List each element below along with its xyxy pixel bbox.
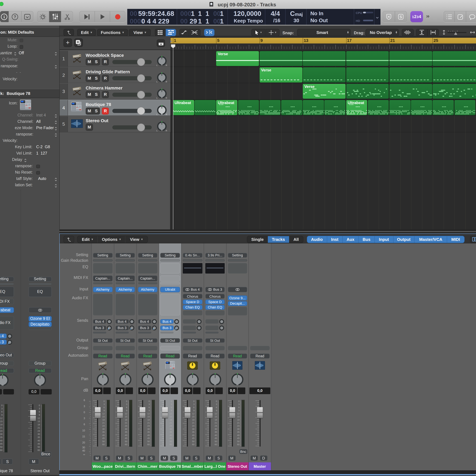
svg-text:40: 40 (82, 449, 85, 452)
svg-text:45: 45 (170, 437, 172, 440)
svg-text:21: 21 (215, 422, 217, 424)
svg-text:18: 18 (237, 419, 239, 421)
svg-text:12: 12 (170, 412, 172, 415)
svg-text:30: 30 (102, 428, 105, 430)
svg-text:15: 15 (0, 420, 2, 423)
svg-text:40: 40 (125, 434, 127, 437)
svg-text:9: 9 (148, 409, 150, 412)
svg-text:40: 40 (102, 434, 105, 437)
svg-text:3: 3 (216, 403, 217, 406)
svg-text:18: 18 (37, 423, 40, 426)
svg-text:15: 15 (237, 415, 239, 418)
svg-text:18: 18 (147, 419, 150, 421)
svg-text:50: 50 (102, 440, 105, 443)
svg-text:9: 9 (171, 409, 172, 412)
svg-text:45: 45 (125, 437, 127, 440)
svg-text:15: 15 (170, 415, 172, 418)
svg-text:15: 15 (125, 415, 127, 418)
svg-text:0: 0 (39, 404, 40, 407)
svg-text:45: 45 (192, 437, 195, 440)
svg-text:12: 12 (147, 412, 150, 415)
svg-text:45: 45 (102, 437, 105, 440)
svg-text:9: 9 (238, 409, 239, 412)
svg-text:40: 40 (215, 434, 217, 437)
svg-text:50: 50 (125, 440, 127, 443)
svg-text:∞: ∞ (83, 453, 85, 456)
svg-text:40: 40 (192, 434, 195, 437)
svg-text:40: 40 (147, 434, 150, 437)
svg-text:60: 60 (237, 443, 239, 446)
svg-text:45: 45 (147, 437, 150, 440)
svg-text:9: 9 (1, 413, 2, 416)
svg-text:0: 0 (193, 400, 195, 403)
svg-text:6: 6 (171, 406, 172, 409)
svg-text:30: 30 (237, 428, 239, 430)
svg-text:40: 40 (0, 439, 2, 442)
svg-text:24: 24 (147, 425, 150, 427)
svg-text:3: 3 (148, 403, 150, 406)
svg-text:50: 50 (37, 445, 40, 448)
svg-text:0: 0 (148, 400, 150, 403)
svg-text:30: 30 (147, 428, 150, 430)
svg-text:12: 12 (215, 412, 217, 415)
svg-text:0: 0 (84, 411, 85, 414)
svg-text:50: 50 (215, 440, 217, 443)
svg-text:10: 10 (82, 429, 85, 432)
svg-text:6: 6 (193, 406, 195, 409)
svg-text:20: 20 (82, 441, 85, 444)
svg-text:35: 35 (125, 431, 127, 433)
svg-text:35: 35 (170, 431, 172, 433)
svg-text:21: 21 (102, 422, 105, 424)
svg-text:40: 40 (37, 439, 40, 442)
svg-text:60: 60 (215, 443, 217, 446)
svg-text:24: 24 (125, 425, 127, 427)
svg-text:15: 15 (147, 415, 150, 418)
svg-text:3: 3 (171, 403, 172, 406)
svg-text:3: 3 (84, 405, 85, 408)
svg-text:24: 24 (102, 425, 105, 427)
svg-text:6: 6 (84, 399, 85, 402)
svg-text:45: 45 (0, 442, 2, 445)
svg-text:3: 3 (39, 407, 40, 410)
svg-text:9: 9 (126, 409, 127, 412)
svg-text:60: 60 (192, 443, 195, 446)
svg-text:40: 40 (170, 434, 172, 437)
svg-text:9: 9 (103, 409, 105, 412)
svg-text:3: 3 (103, 403, 105, 406)
svg-text:21: 21 (170, 422, 172, 424)
svg-text:24: 24 (215, 425, 217, 427)
svg-text:21: 21 (192, 422, 195, 424)
svg-text:35: 35 (192, 431, 195, 433)
svg-text:24: 24 (0, 429, 2, 432)
svg-text:35: 35 (102, 431, 105, 433)
svg-text:35: 35 (147, 431, 150, 433)
svg-text:50: 50 (147, 440, 150, 443)
svg-text:0: 0 (1, 404, 2, 407)
svg-text:15: 15 (82, 435, 85, 438)
svg-text:24: 24 (37, 429, 40, 432)
svg-text:12: 12 (237, 412, 239, 415)
svg-text:12: 12 (0, 417, 2, 419)
svg-text:i: i (4, 15, 5, 19)
svg-text:30: 30 (82, 446, 85, 449)
svg-text:60: 60 (37, 449, 40, 451)
svg-text:18: 18 (215, 419, 217, 421)
svg-text:15: 15 (215, 415, 217, 418)
svg-text:18: 18 (192, 419, 195, 421)
svg-text:6: 6 (238, 406, 239, 409)
svg-text:6: 6 (148, 406, 150, 409)
svg-text:12: 12 (37, 417, 40, 419)
svg-text:35: 35 (0, 436, 2, 438)
svg-text:12: 12 (192, 412, 195, 415)
svg-text:35: 35 (215, 431, 217, 433)
svg-text:30: 30 (215, 428, 217, 430)
svg-text:60: 60 (102, 443, 105, 446)
svg-text:12: 12 (125, 412, 127, 415)
svg-text:60: 60 (0, 449, 2, 451)
svg-text:18: 18 (0, 423, 2, 426)
svg-text:3: 3 (193, 403, 195, 406)
svg-text:50: 50 (237, 440, 239, 443)
svg-text:30: 30 (192, 428, 195, 430)
svg-text:0: 0 (238, 400, 239, 403)
svg-text:21: 21 (37, 426, 40, 429)
